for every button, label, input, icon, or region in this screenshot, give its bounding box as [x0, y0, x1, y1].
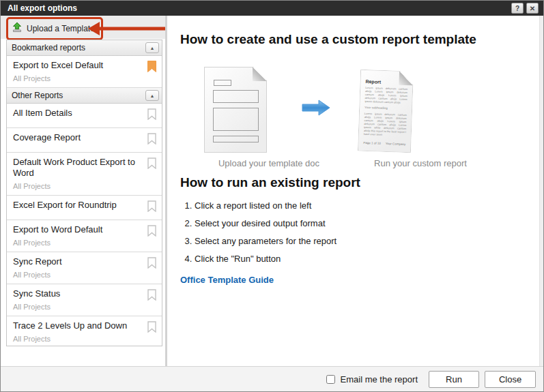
report-subtitle: All Projects	[13, 239, 136, 247]
placeholder-box	[213, 90, 259, 103]
office-template-guide-link[interactable]: Office Template Guide	[180, 275, 274, 285]
doc-preview-paragraph: Lorem ipsum dekorum cantum afoijs Lorem …	[364, 112, 407, 137]
doc-preview-paragraph: Lorem ipsum dekorum cantum afoijs Lorem …	[364, 86, 407, 104]
upload-strip: Upload a Template	[1, 16, 165, 39]
section-title: Bookmarked reports	[12, 43, 85, 52]
close-icon[interactable]: ✕	[526, 3, 539, 14]
report-item-sync-status[interactable]: Sync Status All Projects	[7, 284, 162, 316]
section-header-other: Other Reports ▲	[7, 88, 162, 104]
report-item-sync-report[interactable]: Sync Report All Projects	[7, 252, 162, 284]
step-item: Click the "Run" button	[195, 250, 337, 268]
report-title: Export to Word Default	[13, 224, 136, 235]
report-item-all-item-details[interactable]: All Item Details	[7, 104, 162, 128]
step-item: Click a report listed on the left	[195, 197, 337, 215]
doc-preview-page-number: Page 1 of 10	[363, 141, 381, 145]
report-title: Excel Export for Roundtrip	[13, 200, 136, 211]
doc-preview-company: Your Company	[386, 142, 406, 146]
upload-template-button[interactable]: Upload a Template	[27, 24, 95, 33]
bookmark-outline-icon[interactable]	[147, 157, 156, 172]
report-subtitle: All Projects	[13, 335, 136, 343]
report-subtitle: All Projects	[13, 303, 136, 311]
heading-run-report: How to run an existing report	[180, 175, 360, 190]
bookmark-outline-icon[interactable]	[147, 257, 156, 271]
dialog-title: All export options	[8, 3, 77, 13]
report-item-coverage-report[interactable]: Coverage Report	[7, 128, 162, 153]
run-report-steps: Click a report listed on the left Select…	[195, 197, 337, 268]
placeholder-box	[213, 136, 259, 142]
report-title: Sync Status	[13, 288, 136, 299]
email-report-label: Email me the report	[341, 374, 418, 385]
transform-arrow-icon	[302, 100, 330, 119]
all-export-options-dialog: All export options ? ✕ Upload a Template	[0, 0, 544, 392]
collapse-icon[interactable]: ▲	[145, 90, 159, 101]
doc-preview-subheading: Your subheading	[364, 106, 407, 110]
bookmark-outline-icon[interactable]	[147, 321, 156, 335]
report-title: Export to Excel Default	[13, 60, 136, 71]
bookmark-outline-icon[interactable]	[147, 133, 156, 147]
report-item-default-work-product[interactable]: Default Work Product Export to Word All …	[7, 153, 162, 196]
step-item: Select any parameters for the report	[195, 232, 337, 250]
step-item: Select your desired output format	[195, 215, 337, 232]
section-title: Other Reports	[12, 91, 63, 100]
scrollbar-track[interactable]	[539, 16, 543, 366]
report-title: All Item Details	[13, 108, 136, 119]
heading-create-template: How to create and use a custom report te…	[180, 32, 476, 47]
upload-icon	[12, 22, 23, 35]
page-fold-icon	[253, 67, 266, 81]
page-fold-icon	[399, 72, 413, 86]
dialog-body: Upload a Template Bookmarked reports ▲	[1, 16, 543, 366]
bookmark-filled-icon[interactable]	[147, 61, 156, 75]
report-subtitle: All Projects	[13, 271, 136, 279]
caption-run-report: Run your custom report	[342, 158, 499, 168]
template-doc-illustration	[204, 67, 267, 153]
report-list-panel: Bookmarked reports ▲ Export to Excel Def…	[6, 40, 162, 346]
bookmark-outline-icon[interactable]	[147, 108, 156, 123]
bookmark-outline-icon[interactable]	[147, 225, 156, 239]
report-subtitle: All Projects	[13, 74, 136, 82]
main-content: How to create and use a custom report te…	[165, 16, 543, 366]
caption-upload-template: Upload your template doc	[187, 158, 351, 168]
report-subtitle: All Projects	[13, 182, 136, 190]
placeholder-box	[214, 80, 231, 86]
sidebar: Upload a Template Bookmarked reports ▲	[1, 16, 165, 366]
report-item-export-word-default[interactable]: Export to Word Default All Projects	[7, 220, 162, 252]
bookmark-outline-icon[interactable]	[147, 200, 156, 215]
help-button[interactable]: ?	[511, 3, 524, 14]
email-report-checkbox[interactable]	[326, 375, 335, 384]
collapse-icon[interactable]: ▲	[145, 42, 159, 53]
run-button[interactable]: Run	[429, 371, 479, 388]
dialog-footer: Email me the report Run Close	[1, 366, 543, 391]
report-item-export-excel-default[interactable]: Export to Excel Default All Projects	[7, 56, 162, 88]
report-doc-illustration: Report Lorem ipsum dekorum cantum afoijs…	[358, 70, 414, 153]
report-title: Coverage Report	[13, 132, 136, 143]
section-header-bookmarked: Bookmarked reports ▲	[7, 40, 162, 56]
close-button[interactable]: Close	[485, 371, 536, 388]
dialog-titlebar: All export options ? ✕	[1, 1, 543, 16]
report-item-trace-2-levels[interactable]: Trace 2 Levels Up and Down All Projects	[7, 316, 162, 346]
report-title: Sync Report	[13, 256, 136, 267]
report-title: Default Work Product Export to Word	[13, 157, 136, 179]
report-title: Trace 2 Levels Up and Down	[13, 320, 136, 331]
placeholder-box	[213, 108, 259, 131]
bookmark-outline-icon[interactable]	[147, 289, 156, 303]
report-item-excel-roundtrip[interactable]: Excel Export for Roundtrip	[7, 196, 162, 220]
